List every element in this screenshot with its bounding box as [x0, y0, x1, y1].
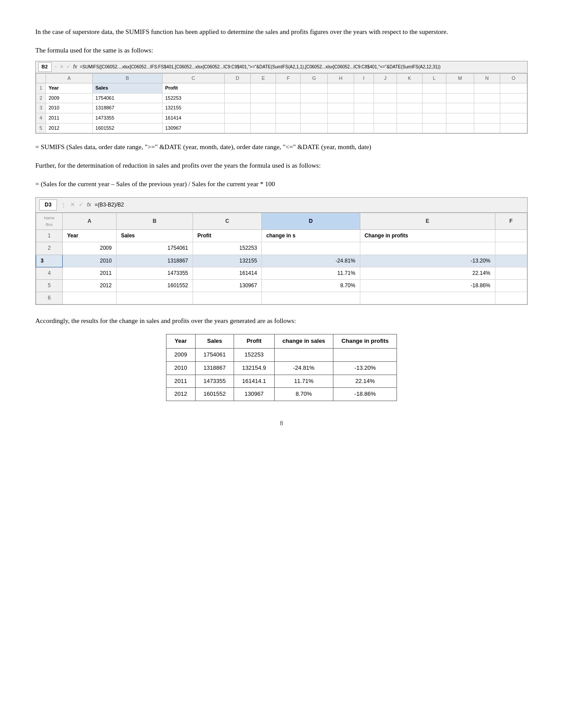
- results-cell: -24.81%: [274, 361, 333, 375]
- col-header-large-C: C: [193, 213, 262, 230]
- cross-icon-large: ✕: [70, 200, 75, 210]
- formula-bar-small: B2 − ✕ ✓ fx =SUMIFS([C06052....xlsx]C060…: [36, 61, 527, 73]
- cell-K-2: [397, 93, 423, 103]
- cell-G-4: [301, 113, 328, 123]
- row-header: 1: [36, 83, 46, 94]
- cell-large-A-1: Year: [63, 230, 117, 242]
- results-cell: 130967: [234, 388, 274, 401]
- cell-G-3: [301, 103, 328, 113]
- col-header-large-D: D: [262, 213, 360, 230]
- cell-large-F-6: [495, 292, 527, 304]
- row-header: 2: [36, 93, 46, 103]
- cell-N-3: [474, 103, 500, 113]
- cell-B-2: 1754061: [93, 93, 162, 103]
- row-header: 2: [36, 242, 63, 255]
- col-header-B: B: [93, 73, 162, 83]
- cell-G-1: [301, 83, 328, 94]
- col-header-J: J: [374, 73, 397, 83]
- results-header: Change in profits: [333, 334, 397, 349]
- col-header-large-B: B: [116, 213, 193, 230]
- results-cell: 1473355: [195, 375, 234, 388]
- cell-M-2: [446, 93, 474, 103]
- results-cell: 1318867: [195, 361, 234, 375]
- cell-O-1: [500, 83, 527, 94]
- excel-large-grid: Name Box A B C D E F 1YearSalesProfitcha…: [36, 213, 527, 304]
- cell-N-4: [474, 113, 500, 123]
- cell-G-5: [301, 123, 328, 133]
- col-header-M: M: [446, 73, 474, 83]
- results-table: YearSalesProfitchange in salesChange in …: [166, 334, 397, 401]
- cell-large-B-5: 1601552: [116, 279, 193, 292]
- table-row: 220091754061152253: [36, 93, 527, 103]
- cell-ref-small: B2: [38, 62, 52, 72]
- cross-icon: ✕: [60, 63, 64, 71]
- cell-large-F-4: [495, 267, 527, 279]
- col-header-H: H: [328, 73, 354, 83]
- results-cell: 152253: [234, 349, 274, 362]
- cell-large-D-2: [262, 242, 360, 255]
- results-cell: 11.71%: [274, 375, 333, 388]
- col-header-large-A: A: [63, 213, 117, 230]
- cell-large-A-5: 2012: [63, 279, 117, 292]
- cell-I-1: [354, 83, 374, 94]
- cell-D-1: [224, 83, 250, 94]
- cell-J-4: [374, 113, 397, 123]
- cell-C-4: 161414: [162, 113, 224, 123]
- cell-large-B-3: 1318867: [116, 255, 193, 267]
- cell-K-5: [397, 123, 423, 133]
- selected-row-header: 3: [36, 255, 63, 267]
- cell-large-C-2: 152253: [193, 242, 262, 255]
- col-header-E: E: [250, 73, 276, 83]
- cell-D-4: [224, 113, 250, 123]
- cell-large-D-6: [262, 292, 360, 304]
- results-cell: 1601552: [195, 388, 234, 401]
- col-header-large-F: F: [495, 213, 527, 230]
- table-row: 420111473355161414: [36, 113, 527, 123]
- table-row: 320101318867132155: [36, 103, 527, 113]
- cell-A-2: 2009: [46, 93, 93, 103]
- table-row: 6: [36, 292, 527, 304]
- cell-K-3: [397, 103, 423, 113]
- col-header-G: G: [301, 73, 328, 83]
- cell-J-5: [374, 123, 397, 133]
- cell-I-3: [354, 103, 374, 113]
- cell-large-C-6: [193, 292, 262, 304]
- row-header: 5: [36, 123, 46, 133]
- cell-large-E-2: [360, 242, 495, 255]
- table-row: 220091754061152253: [36, 242, 527, 255]
- formula-equation: = (Sales for the current year – Sales of…: [35, 179, 528, 189]
- minus-icon: −: [54, 63, 57, 71]
- cell-D-5: [224, 123, 250, 133]
- cell-L-2: [422, 93, 446, 103]
- cell-large-F-5: [495, 279, 527, 292]
- row-header: 4: [36, 113, 46, 123]
- results-cell: 22.14%: [333, 375, 397, 388]
- cell-M-5: [446, 123, 474, 133]
- cell-large-D-5: 8.70%: [262, 279, 360, 292]
- cell-H-3: [328, 103, 354, 113]
- cell-A-1: Year: [46, 83, 93, 94]
- col-header-I: I: [354, 73, 374, 83]
- col-header-O: O: [500, 73, 527, 83]
- check-icon: ✓: [66, 63, 70, 71]
- results-cell: 2009: [166, 349, 195, 362]
- table-row: 20111473355161414.111.71%22.14%: [166, 375, 397, 388]
- intro-paragraph: In the case of superstore data, the SUMI…: [35, 26, 528, 37]
- cell-E-4: [250, 113, 276, 123]
- formula-intro-label: The formula used for the same is as foll…: [35, 45, 528, 56]
- accordingly-paragraph: Accordingly, the results for the change …: [35, 315, 528, 326]
- cell-large-E-3: -13.20%: [360, 255, 495, 267]
- sumifs-explanation: = SUMIFS (Sales data, order date range, …: [35, 142, 528, 152]
- cell-large-C-3: 132155: [193, 255, 262, 267]
- cell-O-5: [500, 123, 527, 133]
- name-box-header: Name Box: [36, 213, 63, 230]
- cell-large-A-2: 2009: [63, 242, 117, 255]
- cell-N-1: [474, 83, 500, 94]
- col-header-large-E: E: [360, 213, 495, 230]
- cell-A-4: 2011: [46, 113, 93, 123]
- cell-large-C-5: 130967: [193, 279, 262, 292]
- results-header: Profit: [234, 334, 274, 349]
- cell-A-5: 2012: [46, 123, 93, 133]
- fx-label-small: fx: [73, 63, 77, 71]
- formula-bar-large: D3 ⋮ ✕ ✓ fx =(B3-B2)/B2: [36, 198, 527, 213]
